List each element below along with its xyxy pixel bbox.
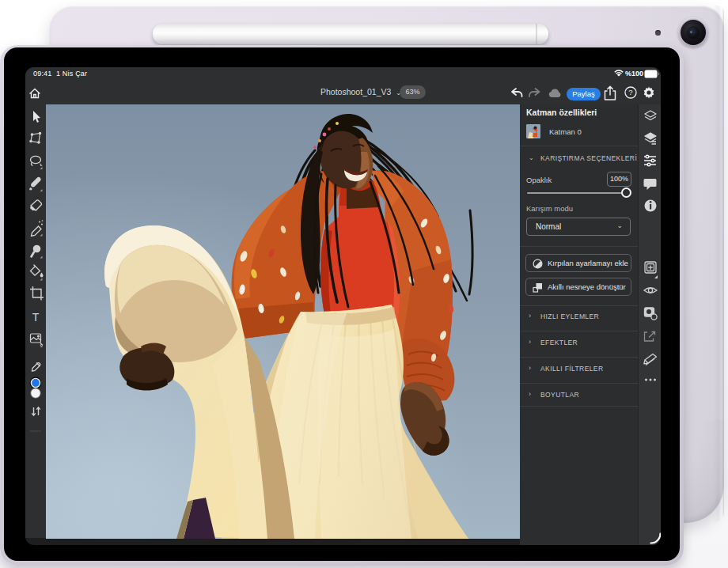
svg-text:T: T	[32, 311, 40, 324]
svg-text:?: ?	[628, 88, 632, 97]
